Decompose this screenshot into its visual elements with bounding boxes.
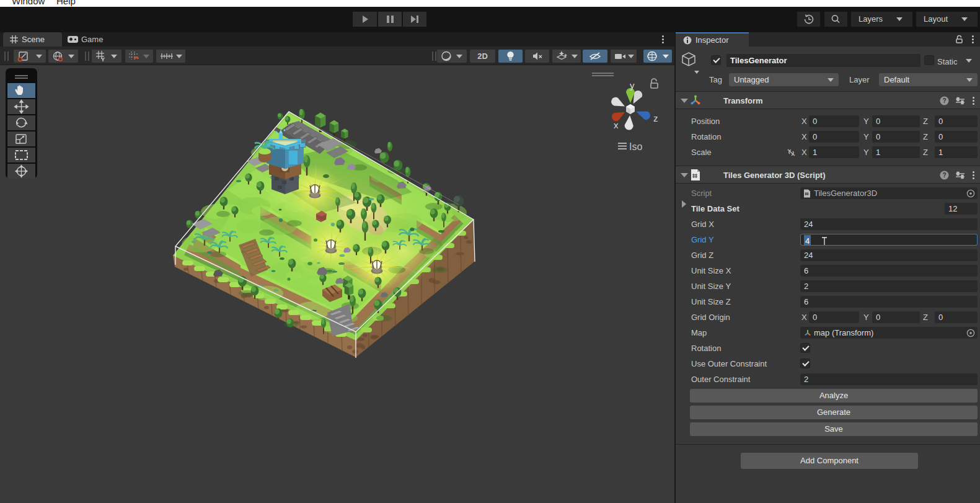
svg-text:y: y xyxy=(630,80,635,91)
svg-text:Y: Y xyxy=(101,56,105,63)
svg-text:Iso: Iso xyxy=(629,141,642,152)
svg-text:?: ? xyxy=(942,172,946,179)
svg-text:z: z xyxy=(653,113,658,123)
svg-text:?: ? xyxy=(942,97,946,104)
svg-text:x: x xyxy=(614,120,619,130)
